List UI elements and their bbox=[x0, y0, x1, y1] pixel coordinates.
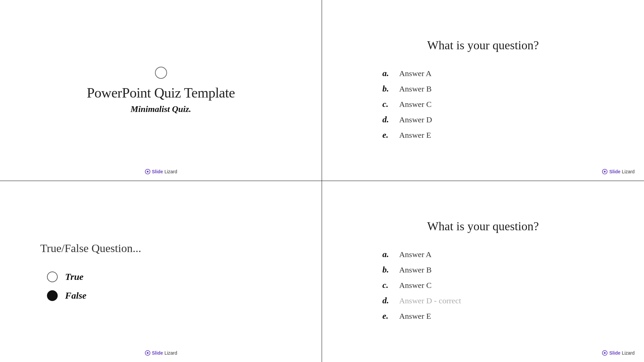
slide-2-question: What is your question? bbox=[427, 38, 539, 52]
slidelizard-icon-1 bbox=[145, 169, 151, 175]
slidelizard-icon-2 bbox=[602, 169, 608, 175]
radio-empty-true bbox=[47, 272, 58, 282]
answer-item: e. Answer E bbox=[382, 308, 584, 324]
tf-label-false: False bbox=[65, 290, 87, 301]
svg-point-7 bbox=[604, 352, 606, 354]
slide-2-cell: What is your question? a. Answer A b. An… bbox=[322, 0, 644, 181]
answer-letter-a1: a. bbox=[382, 68, 392, 78]
logo-lizard-1: Lizard bbox=[164, 169, 177, 174]
tf-options: True False bbox=[40, 272, 87, 301]
slide-subtitle-text: Minimalist Quiz. bbox=[130, 104, 191, 114]
logo-slide-2: Slide bbox=[609, 169, 620, 174]
slidelizard-icon-3 bbox=[145, 350, 151, 356]
tf-option-false: False bbox=[47, 290, 87, 301]
slide-title-text: PowerPoint Quiz Template bbox=[87, 85, 235, 101]
slide-3-question: True/False Question... bbox=[40, 242, 141, 255]
slidelizard-icon-4 bbox=[602, 350, 608, 356]
answer-item: b. Answer B bbox=[382, 81, 584, 97]
slide-2-content: What is your question? a. Answer A b. An… bbox=[322, 18, 644, 163]
slide-4-answers: a. Answer A b. Answer B c. Answer C d. A… bbox=[382, 247, 584, 324]
slide-2-answers: a. Answer A b. Answer B c. Answer C d. A… bbox=[382, 66, 584, 143]
answer-text-a1: Answer A bbox=[399, 69, 432, 78]
answer-text-e1: Answer E bbox=[399, 131, 431, 140]
slide-grid: PowerPoint Quiz Template Minimalist Quiz… bbox=[0, 0, 644, 362]
answer-text-c1: Answer C bbox=[399, 100, 432, 109]
answer-letter-e2: e. bbox=[382, 311, 392, 321]
answer-letter-d2: d. bbox=[382, 296, 392, 306]
tf-label-true: True bbox=[65, 272, 84, 282]
answer-item: b. Answer B bbox=[382, 262, 584, 278]
answer-item: d. Answer D - correct bbox=[382, 293, 584, 308]
slide-4-question: What is your question? bbox=[427, 219, 539, 233]
tf-option-true: True bbox=[47, 272, 87, 282]
logo-lizard-4: Lizard bbox=[622, 350, 635, 356]
answer-item: a. Answer A bbox=[382, 66, 584, 81]
slide-4-cell: What is your question? a. Answer A b. An… bbox=[322, 181, 644, 362]
answer-text-b2: Answer B bbox=[399, 265, 432, 275]
logo-slide-3: Slide bbox=[152, 350, 163, 356]
circle-icon bbox=[155, 67, 167, 79]
answer-letter-b1: b. bbox=[382, 84, 392, 94]
logo-slide-4: Slide bbox=[609, 350, 620, 356]
slide-1-cell: PowerPoint Quiz Template Minimalist Quiz… bbox=[0, 0, 322, 181]
answer-letter-d1: d. bbox=[382, 115, 392, 125]
answer-text-d2-correct: Answer D - correct bbox=[399, 296, 461, 305]
svg-point-3 bbox=[604, 171, 606, 172]
slide-3-logo: SlideLizard bbox=[145, 350, 177, 356]
slide-4-logo: SlideLizard bbox=[602, 350, 635, 356]
svg-point-1 bbox=[147, 171, 148, 172]
answer-text-d1: Answer D bbox=[399, 115, 432, 124]
slide-1-logo: SlideLizard bbox=[145, 169, 177, 175]
answer-letter-a2: a. bbox=[382, 249, 392, 259]
answer-item: a. Answer A bbox=[382, 247, 584, 262]
slide-2-logo: SlideLizard bbox=[602, 169, 635, 175]
logo-slide-1: Slide bbox=[152, 169, 163, 174]
answer-text-c2: Answer C bbox=[399, 281, 432, 290]
slide-3-cell: True/False Question... True False SlideL… bbox=[0, 181, 322, 362]
answer-text-a2: Answer A bbox=[399, 250, 432, 259]
answer-letter-c1: c. bbox=[382, 99, 392, 109]
answer-item: c. Answer C bbox=[382, 278, 584, 293]
answer-item: e. Answer E bbox=[382, 127, 584, 143]
slide-4-content: What is your question? a. Answer A b. An… bbox=[322, 199, 644, 344]
answer-text-b1: Answer B bbox=[399, 84, 432, 94]
svg-point-5 bbox=[147, 352, 148, 354]
answer-item: c. Answer C bbox=[382, 97, 584, 112]
answer-item: d. Answer D bbox=[382, 112, 584, 127]
answer-letter-e1: e. bbox=[382, 130, 392, 140]
slide-3-content: True/False Question... True False bbox=[0, 222, 322, 321]
answer-letter-b2: b. bbox=[382, 265, 392, 275]
answer-text-e2: Answer E bbox=[399, 312, 431, 321]
radio-filled-false bbox=[47, 290, 58, 301]
answer-letter-c2: c. bbox=[382, 280, 392, 290]
logo-lizard-2: Lizard bbox=[622, 169, 635, 174]
slide-1-content: PowerPoint Quiz Template Minimalist Quiz… bbox=[87, 67, 235, 114]
logo-lizard-3: Lizard bbox=[164, 350, 177, 356]
